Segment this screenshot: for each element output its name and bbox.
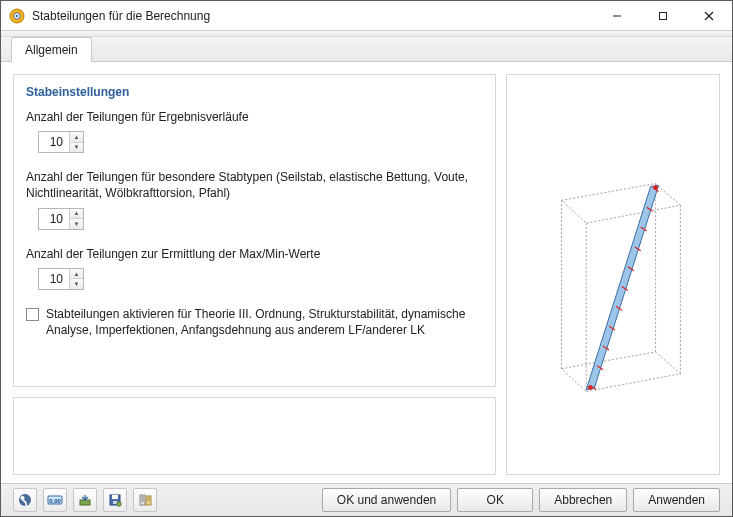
- empty-panel: [13, 397, 496, 475]
- maximize-button[interactable]: [640, 1, 686, 30]
- dialog-body: Stabeinstellungen Anzahl der Teilungen f…: [1, 62, 732, 483]
- svg-rect-31: [112, 495, 118, 499]
- spinner-up-icon[interactable]: ▲: [70, 269, 83, 280]
- ok-apply-button[interactable]: OK und anwenden: [322, 488, 451, 512]
- checkbox-icon[interactable]: [26, 308, 39, 321]
- checkbox-activate-divisions[interactable]: Stabteilungen aktivieren für Theorie III…: [26, 306, 483, 338]
- label-divisions-maxmin: Anzahl der Teilungen zur Ermittlung der …: [26, 246, 476, 262]
- dialog-window: Stabteilungen für die Berechnung Allgeme…: [0, 0, 733, 517]
- left-column: Stabeinstellungen Anzahl der Teilungen f…: [13, 74, 496, 475]
- label-divisions-results: Anzahl der Teilungen für Ergebnisverläuf…: [26, 109, 476, 125]
- spinner-up-icon[interactable]: ▲: [70, 132, 83, 143]
- window-title: Stabteilungen für die Berechnung: [32, 9, 594, 23]
- cancel-button[interactable]: Abbrechen: [539, 488, 627, 512]
- save-button[interactable]: [103, 488, 127, 512]
- spinner-divisions-maxmin[interactable]: 10 ▲ ▼: [38, 268, 84, 290]
- svg-line-6: [705, 12, 713, 20]
- titlebar: Stabteilungen für die Berechnung: [1, 1, 732, 31]
- preview-panel: [506, 74, 720, 475]
- svg-text:0,00: 0,00: [49, 498, 61, 504]
- defaults-icon: [138, 493, 152, 507]
- help-icon: [18, 493, 32, 507]
- ok-button[interactable]: OK: [457, 488, 533, 512]
- member-preview-svg: [507, 75, 719, 474]
- svg-point-25: [19, 494, 31, 506]
- save-icon: [108, 493, 122, 507]
- spinner-divisions-results[interactable]: 10 ▲ ▼: [38, 131, 84, 153]
- svg-point-33: [117, 502, 122, 507]
- svg-point-2: [16, 14, 19, 17]
- spinner-value[interactable]: 10: [39, 209, 69, 229]
- load-button[interactable]: [73, 488, 97, 512]
- settings-panel: Stabeinstellungen Anzahl der Teilungen f…: [13, 74, 496, 387]
- label-divisions-special: Anzahl der Teilungen für besondere Stabt…: [26, 169, 476, 201]
- svg-line-5: [705, 12, 713, 20]
- footer: 0,00: [1, 483, 732, 516]
- tab-bar: Allgemein: [1, 37, 732, 62]
- close-button[interactable]: [686, 1, 732, 30]
- spinner-down-icon[interactable]: ▼: [70, 143, 83, 153]
- spinner-divisions-special[interactable]: 10 ▲ ▼: [38, 208, 84, 230]
- units-icon: 0,00: [47, 493, 63, 507]
- spinner-down-icon[interactable]: ▼: [70, 279, 83, 289]
- minimize-button[interactable]: [594, 1, 640, 30]
- checkbox-label: Stabteilungen aktivieren für Theorie III…: [46, 306, 483, 338]
- apply-button[interactable]: Anwenden: [633, 488, 720, 512]
- app-icon: [9, 8, 25, 24]
- tab-general[interactable]: Allgemein: [11, 37, 92, 62]
- help-button[interactable]: [13, 488, 37, 512]
- spinner-up-icon[interactable]: ▲: [70, 209, 83, 220]
- svg-point-24: [588, 385, 593, 390]
- svg-point-23: [653, 185, 658, 190]
- spinner-down-icon[interactable]: ▼: [70, 219, 83, 229]
- svg-rect-4: [660, 12, 667, 19]
- svg-point-26: [20, 496, 24, 500]
- section-title: Stabeinstellungen: [26, 85, 483, 99]
- spinner-value[interactable]: 10: [39, 269, 69, 289]
- load-icon: [78, 493, 92, 507]
- defaults-button[interactable]: [133, 488, 157, 512]
- units-button[interactable]: 0,00: [43, 488, 67, 512]
- spinner-value[interactable]: 10: [39, 132, 69, 152]
